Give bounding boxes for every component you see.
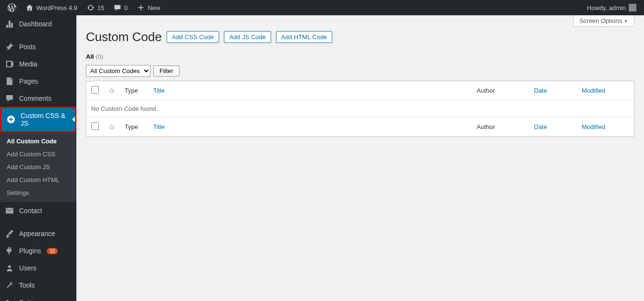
plug-icon [5, 246, 14, 256]
sidebar-item-pages[interactable]: Pages [0, 73, 76, 90]
select-all-checkbox[interactable] [91, 86, 99, 94]
filter-select[interactable]: All Custom Codes [86, 65, 150, 77]
sidebar-item-settings[interactable]: Settings [0, 294, 76, 301]
add-html-button[interactable]: Add HTML Code [276, 31, 332, 43]
admin-bar: WordPress 4.9 15 0 New Howdy, admin [0, 0, 644, 15]
submenu-add-css[interactable]: Add Custom CSS [0, 148, 76, 161]
account-menu[interactable]: Howdy, admin [587, 4, 640, 11]
comments-count: 0 [124, 4, 127, 11]
sidebar-item-users[interactable]: Users [0, 259, 76, 277]
column-modified[interactable]: Modified [582, 87, 605, 94]
column-author: Author [472, 81, 529, 100]
sidebar-item-label: Media [19, 60, 37, 68]
submenu-add-html[interactable]: Add Custom HTML [0, 173, 76, 186]
svg-point-1 [8, 265, 11, 268]
sidebar-item-dashboard[interactable]: Dashboard [0, 15, 76, 32]
settings-icon [5, 298, 14, 301]
column-type: Type [120, 81, 148, 100]
brush-icon [5, 229, 14, 238]
sidebar-item-label: Appearance [19, 230, 55, 237]
site-name[interactable]: WordPress 4.9 [22, 0, 81, 15]
sidebar-item-label: Comments [19, 95, 52, 102]
sidebar-item-label: Contact [19, 207, 42, 215]
admin-sidebar: Dashboard Posts Media Pages Comments Cus… [0, 15, 76, 301]
submenu-add-js[interactable]: Add Custom JS [0, 161, 76, 173]
comments-link[interactable]: 0 [110, 0, 131, 15]
sidebar-item-label: Users [19, 264, 37, 272]
column-author: Author [472, 118, 529, 137]
sidebar-item-custom-css-js[interactable]: Custom CSS & JS [0, 107, 76, 132]
comment-icon [5, 94, 14, 103]
new-label: New [148, 4, 160, 11]
wordpress-icon [8, 3, 16, 12]
media-icon [5, 59, 14, 69]
users-icon [5, 263, 14, 273]
avatar [629, 4, 636, 11]
sidebar-item-appearance[interactable]: Appearance [0, 225, 76, 242]
comment-icon [114, 4, 121, 11]
plus-circle-icon [6, 115, 16, 124]
custom-code-table: ☆ Type Title Author Date Modified No Cus… [86, 81, 634, 137]
filter-button[interactable]: Filter [153, 65, 179, 76]
dashboard-icon [5, 19, 14, 29]
page-title: Custom Code [86, 30, 162, 44]
sidebar-item-label: Pages [19, 77, 38, 85]
submenu-settings[interactable]: Settings [0, 186, 76, 199]
column-title[interactable]: Title [153, 123, 165, 130]
filter-all-label[interactable]: All [86, 53, 94, 60]
add-css-button[interactable]: Add CSS Code [167, 31, 219, 43]
content-area: Screen Options Custom Code Add CSS Code … [76, 15, 644, 301]
submenu: All Custom Code Add Custom CSS Add Custo… [0, 132, 76, 202]
column-modified[interactable]: Modified [582, 123, 605, 130]
page-icon [5, 76, 14, 86]
home-icon [26, 4, 33, 11]
site-name-label: WordPress 4.9 [36, 4, 77, 11]
list-filter-links: All (0) [86, 53, 634, 60]
sidebar-item-tools[interactable]: Tools [0, 277, 76, 294]
star-icon[interactable]: ☆ [108, 86, 115, 95]
plus-icon [137, 4, 145, 11]
sidebar-item-label: Custom CSS & JS [21, 112, 70, 127]
screen-options-toggle[interactable]: Screen Options [573, 15, 634, 27]
updates-count: 15 [97, 4, 104, 11]
tools-icon [5, 280, 14, 290]
greeting: Howdy, admin [587, 4, 626, 11]
mail-icon [5, 206, 14, 215]
sidebar-item-label: Dashboard [19, 20, 52, 28]
new-content[interactable]: New [133, 0, 164, 15]
select-all-checkbox-bottom[interactable] [91, 122, 99, 130]
sidebar-item-label: Tools [19, 281, 35, 289]
add-js-button[interactable]: Add JS Code [224, 31, 271, 43]
sidebar-item-comments[interactable]: Comments [0, 90, 76, 107]
column-type: Type [120, 118, 148, 137]
sidebar-item-media[interactable]: Media [0, 55, 76, 73]
column-date[interactable]: Date [534, 87, 547, 94]
updates[interactable]: 15 [83, 0, 108, 15]
sidebar-item-label: Posts [19, 43, 36, 51]
star-icon[interactable]: ☆ [108, 123, 115, 131]
sidebar-item-plugins[interactable]: Plugins 15 [0, 242, 76, 259]
sidebar-item-posts[interactable]: Posts [0, 38, 76, 55]
column-date[interactable]: Date [534, 123, 547, 130]
wp-logo[interactable] [4, 0, 20, 15]
sidebar-item-contact[interactable]: Contact [0, 202, 76, 219]
sidebar-item-label: Plugins [19, 247, 41, 255]
pin-icon [5, 42, 14, 52]
refresh-icon [87, 4, 95, 11]
column-title[interactable]: Title [153, 87, 165, 94]
empty-message: No Custom Code found. [86, 100, 634, 118]
submenu-all-custom-code[interactable]: All Custom Code [0, 135, 76, 148]
filter-all-count: (0) [95, 53, 103, 60]
update-badge: 15 [47, 248, 58, 254]
sidebar-item-label: Settings [19, 299, 43, 301]
